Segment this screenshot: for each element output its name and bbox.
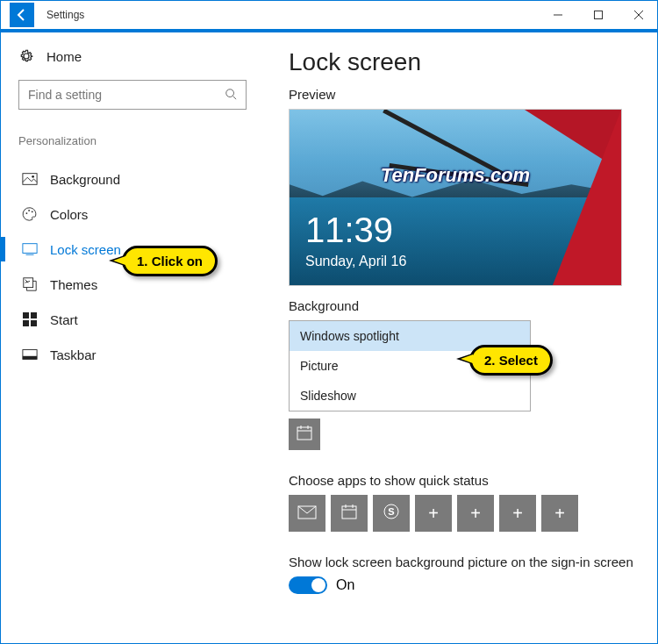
svg-point-10 [32, 211, 33, 212]
titlebar: Settings [1, 1, 658, 29]
nav-label: Start [50, 312, 78, 327]
nav-label: Lock screen [50, 242, 121, 257]
signin-toggle[interactable] [289, 576, 327, 594]
nav-label: Taskbar [50, 347, 97, 362]
sidebar-item-start[interactable]: Start [18, 302, 273, 337]
annotation-callout-2: 2. Select [469, 345, 553, 376]
search-placeholder: Find a setting [28, 88, 102, 102]
quick-status-skype[interactable]: S [373, 495, 410, 532]
signin-toggle-state: On [336, 577, 354, 593]
skype-icon: S [382, 502, 401, 526]
svg-point-7 [32, 175, 34, 178]
option-label: Picture [300, 359, 339, 373]
background-label: Background [289, 298, 641, 313]
preview-time: 11:39 [305, 211, 393, 250]
taskbar-icon [22, 347, 38, 362]
lock-screen-icon [22, 241, 38, 257]
maximize-button[interactable] [578, 1, 619, 29]
mail-icon [297, 504, 317, 524]
svg-point-4 [226, 89, 234, 97]
quick-status-add-2[interactable]: + [457, 495, 494, 532]
quick-status-add-4[interactable]: + [541, 495, 578, 532]
nav-label: Background [50, 172, 120, 187]
option-label: Slideshow [300, 389, 356, 403]
nav-label: Themes [50, 277, 97, 292]
quick-status-calendar[interactable] [331, 495, 368, 532]
svg-rect-6 [23, 174, 37, 185]
svg-rect-20 [297, 427, 311, 440]
svg-rect-19 [23, 356, 37, 360]
nav-label: Colors [50, 207, 88, 222]
plus-icon: + [512, 504, 523, 524]
themes-icon [22, 276, 38, 292]
close-button[interactable] [619, 1, 658, 29]
calendar-icon [340, 503, 358, 525]
window-controls [538, 1, 658, 29]
svg-rect-16 [23, 320, 29, 326]
sidebar-home-label: Home [46, 49, 82, 64]
svg-point-9 [28, 210, 30, 211]
svg-line-5 [233, 96, 237, 99]
page-title: Lock screen [289, 48, 641, 76]
gear-icon [18, 48, 34, 64]
calendar-icon [296, 424, 313, 445]
sidebar-item-background[interactable]: Background [18, 161, 273, 197]
search-input[interactable]: Find a setting [18, 80, 247, 110]
sidebar-item-taskbar[interactable]: Taskbar [18, 337, 273, 372]
main-panel: Lock screen Preview TenForums.com 11:39 … [273, 32, 658, 644]
preview-label: Preview [289, 87, 641, 102]
svg-rect-11 [23, 244, 37, 254]
svg-rect-15 [31, 312, 37, 318]
preview-watermark: TenForums.com [290, 164, 621, 187]
preview-date: Sunday, April 16 [305, 254, 406, 269]
svg-rect-1 [595, 11, 603, 19]
search-icon [225, 88, 237, 103]
svg-rect-25 [342, 506, 356, 519]
annotation-callout-1: 1. Click on [122, 246, 218, 276]
dropdown-option-slideshow[interactable]: Slideshow [290, 381, 530, 411]
quick-status-label: Choose apps to show quick status [289, 473, 641, 488]
signin-toggle-label: Show lock screen background picture on t… [289, 555, 641, 569]
quick-status-mail[interactable] [289, 495, 325, 532]
svg-text:S: S [388, 506, 394, 517]
svg-point-8 [26, 212, 28, 214]
svg-rect-17 [31, 320, 37, 326]
minimize-button[interactable] [538, 1, 578, 29]
window-title: Settings [46, 9, 84, 21]
option-label: Windows spotlight [300, 329, 399, 343]
signin-toggle-row: On [289, 576, 641, 594]
content-area: Home Find a setting Personalization Back… [1, 32, 658, 644]
sidebar-section-label: Personalization [18, 134, 273, 147]
palette-icon [22, 206, 38, 222]
start-icon [22, 311, 38, 327]
quick-status-add-1[interactable]: + [415, 495, 452, 532]
plus-icon: + [428, 504, 439, 524]
plus-icon: + [470, 504, 481, 524]
sidebar-home[interactable]: Home [18, 48, 273, 64]
svg-rect-14 [23, 312, 29, 318]
picture-icon [22, 171, 38, 187]
sidebar-item-colors[interactable]: Colors [18, 197, 273, 232]
quick-status-add-3[interactable]: + [499, 495, 536, 532]
detailed-status-tile[interactable] [289, 419, 320, 450]
quick-status-row: S + + + + [289, 495, 641, 532]
sidebar: Home Find a setting Personalization Back… [1, 32, 273, 644]
lock-screen-preview: TenForums.com 11:39 Sunday, April 16 [289, 109, 622, 286]
svg-rect-13 [24, 278, 33, 288]
plus-icon: + [554, 504, 565, 524]
back-button[interactable] [10, 3, 34, 27]
